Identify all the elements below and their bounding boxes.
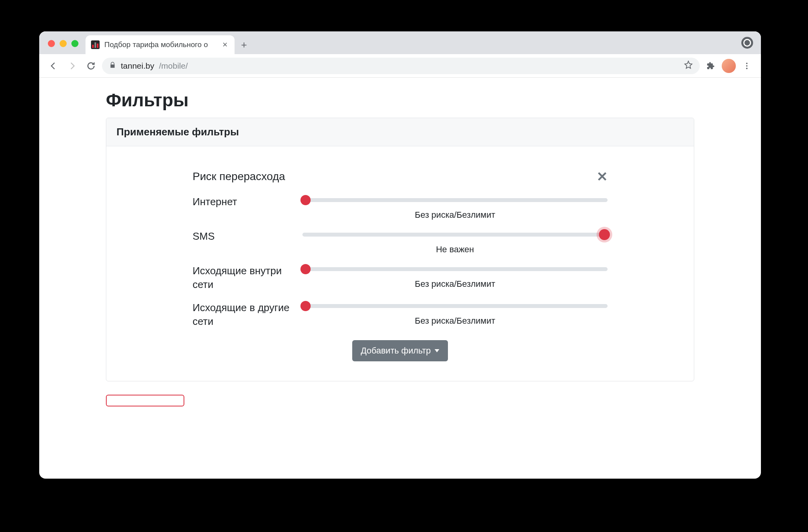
slider-row-outgoing-internal: Исходящие внутри сети Без риска/Безлимит [193,263,608,292]
tab-title: Подбор тарифа мобильного о [104,40,216,49]
slider-internet[interactable] [302,194,608,206]
browser-window: Подбор тарифа мобильного о × + tannei.by… [39,31,761,479]
new-tab-button[interactable]: + [235,35,253,54]
slider-label: Исходящие в другие сети [193,300,302,328]
slider-outgoing-external[interactable] [302,300,608,312]
slider-row-internet: Интернет Без риска/Безлимит [193,194,608,220]
remove-filter-icon[interactable]: ✕ [597,170,608,183]
filters-card: Применяемые фильтры Риск перерасхода ✕ И… [106,118,694,381]
close-window-icon[interactable] [48,40,55,47]
slider-caption: Не важен [302,244,608,255]
slider-row-outgoing-external: Исходящие в другие сети Без риска/Безлим… [193,300,608,328]
reload-button[interactable] [83,58,99,74]
forward-button[interactable] [64,58,80,74]
add-filter-button[interactable]: Добавить фильтр [352,340,448,361]
address-bar: tannei.by/mobile/ [39,54,761,78]
window-controls [45,40,83,54]
add-filter-label: Добавить фильтр [361,346,431,356]
lock-icon [109,61,116,71]
slider-label: Исходящие внутри сети [193,263,302,292]
card-title: Применяемые фильтры [106,118,694,146]
slider-label: SMS [193,229,302,243]
favicon-icon [91,40,100,49]
filter-group-title: Риск перерасхода [193,170,285,183]
slider-caption: Без риска/Безлимит [302,316,608,326]
page-title: Фильтры [106,89,694,111]
outline-button-partial[interactable] [106,395,184,406]
maximize-window-icon[interactable] [71,40,78,47]
filter-group-header: Риск перерасхода ✕ [193,170,608,183]
card-body: Риск перерасхода ✕ Интернет Без риска/Бе… [106,146,694,381]
svg-point-1 [746,65,748,67]
profile-avatar[interactable] [722,59,736,73]
slider-caption: Без риска/Безлимит [302,210,608,220]
slider-row-sms: SMS Не важен [193,229,608,255]
extensions-icon[interactable] [703,58,719,74]
profile-indicator-icon[interactable] [741,37,753,49]
chevron-down-icon [435,349,439,352]
slider-sms[interactable] [302,229,608,240]
minimize-window-icon[interactable] [60,40,67,47]
back-button[interactable] [45,58,61,74]
tab-bar: Подбор тарифа мобильного о × + [39,31,761,54]
bookmark-star-icon[interactable] [684,60,693,71]
url-host: tannei.by [121,61,154,71]
url-field[interactable]: tannei.by/mobile/ [102,58,700,74]
svg-point-0 [746,62,748,64]
slider-caption: Без риска/Безлимит [302,279,608,289]
close-tab-icon[interactable]: × [221,40,229,50]
page-content: Фильтры Применяемые фильтры Риск перерас… [39,78,761,406]
browser-tab[interactable]: Подбор тарифа мобильного о × [86,35,235,54]
svg-point-2 [746,67,748,69]
slider-label: Интернет [193,194,302,209]
url-path: /mobile/ [159,61,188,71]
slider-outgoing-internal[interactable] [302,263,608,275]
menu-icon[interactable] [739,58,755,74]
